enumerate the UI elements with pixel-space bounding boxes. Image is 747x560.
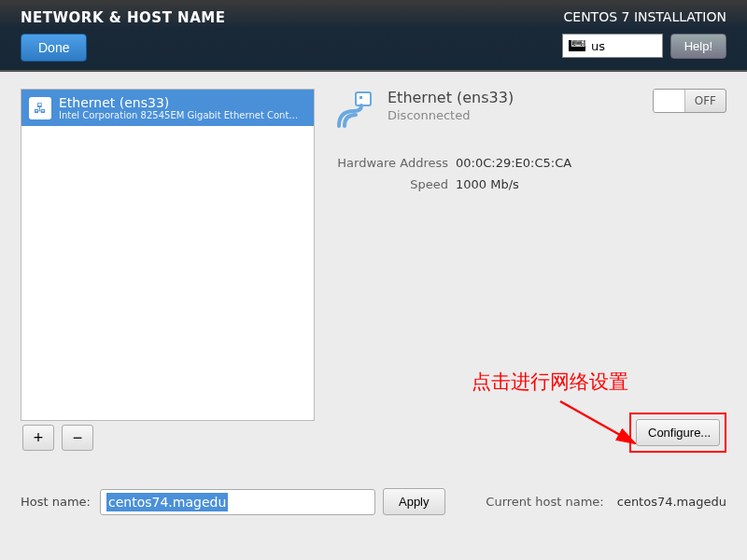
speed-label: Speed	[331, 177, 448, 191]
remove-device-button[interactable]: −	[62, 425, 93, 451]
current-hostname-label: Current host name:	[486, 495, 603, 509]
hostname-input[interactable]: centos74.magedu	[100, 489, 375, 515]
device-name: Ethernet (ens33)	[59, 95, 302, 110]
keyboard-indicator[interactable]: us	[562, 34, 663, 58]
keyboard-icon	[569, 40, 585, 51]
connection-icon	[331, 89, 376, 133]
add-device-button[interactable]: +	[22, 425, 54, 451]
apply-button[interactable]: Apply	[383, 488, 445, 515]
installer-label: CENTOS 7 INSTALLATION	[564, 9, 726, 24]
annotation-text: 点击进行网络设置	[472, 369, 628, 395]
page-title: NETWORK & HOST NAME	[21, 9, 225, 26]
done-button[interactable]: Done	[21, 34, 87, 62]
connection-name: Ethernet (ens33)	[388, 89, 514, 106]
toggle-label: OFF	[685, 94, 726, 107]
hwaddr-value: 00:0C:29:E0:C5:CA	[456, 156, 571, 170]
svg-rect-1	[359, 96, 362, 99]
keyboard-layout: us	[591, 39, 605, 53]
header-bar: NETWORK & HOST NAME CENTOS 7 INSTALLATIO…	[0, 0, 747, 72]
svg-rect-0	[356, 92, 371, 105]
toggle-handle	[654, 90, 685, 112]
hostname-label: Host name:	[21, 495, 91, 509]
hostname-value: centos74.magedu	[106, 493, 228, 511]
ethernet-icon: 🖧	[29, 97, 51, 119]
device-subtitle: Intel Corporation 82545EM Gigabit Ethern…	[59, 110, 302, 120]
device-list: 🖧 Ethernet (ens33) Intel Corporation 825…	[21, 89, 315, 421]
connection-toggle[interactable]: OFF	[653, 89, 726, 113]
help-button[interactable]: Help!	[670, 34, 726, 59]
configure-button[interactable]: Configure...	[636, 419, 720, 446]
current-hostname-value: centos74.magedu	[617, 495, 726, 509]
device-item[interactable]: 🖧 Ethernet (ens33) Intel Corporation 825…	[21, 90, 314, 126]
configure-highlight: Configure...	[629, 413, 726, 453]
svg-line-2	[560, 401, 635, 443]
speed-value: 1000 Mb/s	[456, 177, 519, 191]
hwaddr-label: Hardware Address	[331, 156, 448, 170]
connection-status: Disconnected	[388, 108, 514, 122]
